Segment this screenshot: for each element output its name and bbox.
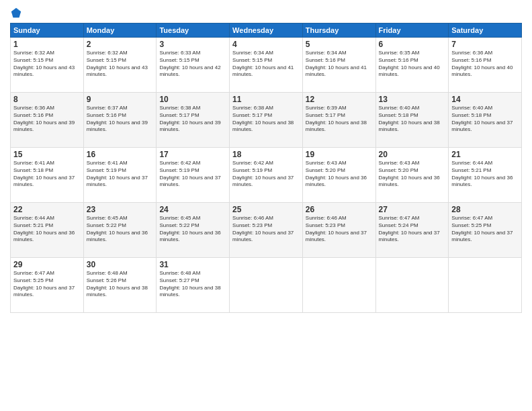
- week-row-4: 22 Sunrise: 6:44 AMSunset: 5:21 PMDaylig…: [11, 203, 522, 258]
- calendar-header-row: SundayMondayTuesdayWednesdayThursdayFrid…: [11, 24, 522, 38]
- day-cell: 24 Sunrise: 6:45 AMSunset: 5:22 PMDaylig…: [157, 203, 230, 258]
- day-cell: 23 Sunrise: 6:45 AMSunset: 5:22 PMDaylig…: [83, 203, 157, 258]
- day-number: 13: [379, 95, 446, 104]
- day-info: Sunrise: 6:39 AMSunset: 5:17 PMDaylight:…: [306, 105, 373, 134]
- day-cell: 8 Sunrise: 6:36 AMSunset: 5:16 PMDayligh…: [11, 93, 84, 148]
- day-info: Sunrise: 6:36 AMSunset: 5:16 PMDaylight:…: [13, 105, 81, 134]
- week-row-2: 8 Sunrise: 6:36 AMSunset: 5:16 PMDayligh…: [11, 93, 522, 148]
- day-number: 1: [13, 40, 81, 49]
- day-cell: 21 Sunrise: 6:44 AMSunset: 5:21 PMDaylig…: [449, 148, 522, 203]
- day-info: Sunrise: 6:38 AMSunset: 5:17 PMDaylight:…: [232, 105, 300, 134]
- page: SundayMondayTuesdayWednesdayThursdayFrid…: [0, 0, 532, 411]
- day-info: Sunrise: 6:40 AMSunset: 5:18 PMDaylight:…: [379, 105, 446, 134]
- day-cell: 13 Sunrise: 6:40 AMSunset: 5:18 PMDaylig…: [375, 93, 449, 148]
- day-header-friday: Friday: [375, 24, 449, 38]
- day-number: 3: [159, 40, 226, 49]
- day-cell: 4 Sunrise: 6:34 AMSunset: 5:15 PMDayligh…: [230, 38, 303, 93]
- day-info: Sunrise: 6:44 AMSunset: 5:21 PMDaylight:…: [13, 215, 81, 244]
- day-info: Sunrise: 6:47 AMSunset: 5:24 PMDaylight:…: [379, 215, 446, 244]
- day-info: Sunrise: 6:45 AMSunset: 5:22 PMDaylight:…: [159, 215, 226, 244]
- week-row-1: 1 Sunrise: 6:32 AMSunset: 5:15 PMDayligh…: [11, 38, 522, 93]
- day-info: Sunrise: 6:41 AMSunset: 5:19 PMDaylight:…: [87, 160, 154, 189]
- day-info: Sunrise: 6:38 AMSunset: 5:17 PMDaylight:…: [159, 105, 226, 134]
- day-number: 2: [87, 40, 154, 49]
- logo: [10, 7, 24, 19]
- day-cell: 5 Sunrise: 6:34 AMSunset: 5:16 PMDayligh…: [302, 38, 375, 93]
- day-info: Sunrise: 6:41 AMSunset: 5:18 PMDaylight:…: [13, 160, 81, 189]
- day-cell: 30 Sunrise: 6:48 AMSunset: 5:26 PMDaylig…: [83, 258, 157, 313]
- day-number: 5: [306, 40, 373, 49]
- day-header-thursday: Thursday: [302, 24, 375, 38]
- day-number: 18: [232, 150, 300, 159]
- day-info: Sunrise: 6:40 AMSunset: 5:18 PMDaylight:…: [451, 105, 519, 134]
- header: [10, 7, 522, 19]
- week-row-3: 15 Sunrise: 6:41 AMSunset: 5:18 PMDaylig…: [11, 148, 522, 203]
- day-info: Sunrise: 6:44 AMSunset: 5:21 PMDaylight:…: [451, 160, 519, 189]
- day-cell: 2 Sunrise: 6:32 AMSunset: 5:15 PMDayligh…: [83, 38, 157, 93]
- day-info: Sunrise: 6:46 AMSunset: 5:23 PMDaylight:…: [232, 215, 300, 244]
- day-number: 12: [306, 95, 373, 104]
- day-cell: 28 Sunrise: 6:47 AMSunset: 5:25 PMDaylig…: [449, 203, 522, 258]
- day-number: 26: [306, 205, 373, 214]
- day-number: 23: [87, 205, 154, 214]
- day-cell: 10 Sunrise: 6:38 AMSunset: 5:17 PMDaylig…: [157, 93, 230, 148]
- day-info: Sunrise: 6:34 AMSunset: 5:15 PMDaylight:…: [232, 50, 300, 79]
- day-number: 31: [159, 260, 226, 269]
- day-cell: 12 Sunrise: 6:39 AMSunset: 5:17 PMDaylig…: [302, 93, 375, 148]
- day-cell: [375, 258, 449, 313]
- day-info: Sunrise: 6:48 AMSunset: 5:26 PMDaylight:…: [87, 270, 154, 299]
- day-cell: 9 Sunrise: 6:37 AMSunset: 5:16 PMDayligh…: [83, 93, 157, 148]
- day-info: Sunrise: 6:43 AMSunset: 5:20 PMDaylight:…: [379, 160, 446, 189]
- day-cell: 20 Sunrise: 6:43 AMSunset: 5:20 PMDaylig…: [375, 148, 449, 203]
- day-number: 10: [159, 95, 226, 104]
- day-cell: 17 Sunrise: 6:42 AMSunset: 5:19 PMDaylig…: [157, 148, 230, 203]
- logo-icon: [10, 7, 22, 19]
- day-info: Sunrise: 6:47 AMSunset: 5:25 PMDaylight:…: [451, 215, 519, 244]
- day-cell: 1 Sunrise: 6:32 AMSunset: 5:15 PMDayligh…: [11, 38, 84, 93]
- day-info: Sunrise: 6:37 AMSunset: 5:16 PMDaylight:…: [87, 105, 154, 134]
- day-info: Sunrise: 6:45 AMSunset: 5:22 PMDaylight:…: [87, 215, 154, 244]
- day-info: Sunrise: 6:43 AMSunset: 5:20 PMDaylight:…: [306, 160, 373, 189]
- week-row-5: 29 Sunrise: 6:47 AMSunset: 5:25 PMDaylig…: [11, 258, 522, 313]
- day-number: 19: [306, 150, 373, 159]
- day-cell: 7 Sunrise: 6:36 AMSunset: 5:16 PMDayligh…: [449, 38, 522, 93]
- day-info: Sunrise: 6:32 AMSunset: 5:15 PMDaylight:…: [87, 50, 154, 79]
- day-header-sunday: Sunday: [11, 24, 84, 38]
- day-info: Sunrise: 6:47 AMSunset: 5:25 PMDaylight:…: [13, 270, 81, 299]
- day-cell: 29 Sunrise: 6:47 AMSunset: 5:25 PMDaylig…: [11, 258, 84, 313]
- day-cell: 22 Sunrise: 6:44 AMSunset: 5:21 PMDaylig…: [11, 203, 84, 258]
- day-number: 25: [232, 205, 300, 214]
- day-number: 11: [232, 95, 300, 104]
- day-header-monday: Monday: [83, 24, 157, 38]
- day-cell: 15 Sunrise: 6:41 AMSunset: 5:18 PMDaylig…: [11, 148, 84, 203]
- day-info: Sunrise: 6:34 AMSunset: 5:16 PMDaylight:…: [306, 50, 373, 79]
- calendar: SundayMondayTuesdayWednesdayThursdayFrid…: [10, 23, 522, 313]
- day-info: Sunrise: 6:46 AMSunset: 5:23 PMDaylight:…: [306, 215, 373, 244]
- day-info: Sunrise: 6:35 AMSunset: 5:16 PMDaylight:…: [379, 50, 446, 79]
- day-number: 7: [451, 40, 519, 49]
- day-number: 6: [379, 40, 446, 49]
- day-number: 20: [379, 150, 446, 159]
- day-cell: 25 Sunrise: 6:46 AMSunset: 5:23 PMDaylig…: [230, 203, 303, 258]
- day-cell: 26 Sunrise: 6:46 AMSunset: 5:23 PMDaylig…: [302, 203, 375, 258]
- day-header-wednesday: Wednesday: [230, 24, 303, 38]
- day-number: 30: [87, 260, 154, 269]
- day-info: Sunrise: 6:36 AMSunset: 5:16 PMDaylight:…: [451, 50, 519, 79]
- day-cell: 31 Sunrise: 6:48 AMSunset: 5:27 PMDaylig…: [157, 258, 230, 313]
- day-number: 15: [13, 150, 81, 159]
- day-cell: [230, 258, 303, 313]
- day-info: Sunrise: 6:32 AMSunset: 5:15 PMDaylight:…: [13, 50, 81, 79]
- day-number: 4: [232, 40, 300, 49]
- day-cell: 3 Sunrise: 6:33 AMSunset: 5:15 PMDayligh…: [157, 38, 230, 93]
- day-number: 28: [451, 205, 519, 214]
- day-number: 21: [451, 150, 519, 159]
- day-cell: 6 Sunrise: 6:35 AMSunset: 5:16 PMDayligh…: [375, 38, 449, 93]
- day-info: Sunrise: 6:42 AMSunset: 5:19 PMDaylight:…: [232, 160, 300, 189]
- day-number: 17: [159, 150, 226, 159]
- day-info: Sunrise: 6:33 AMSunset: 5:15 PMDaylight:…: [159, 50, 226, 79]
- day-number: 8: [13, 95, 81, 104]
- day-info: Sunrise: 6:42 AMSunset: 5:19 PMDaylight:…: [159, 160, 226, 189]
- day-cell: 14 Sunrise: 6:40 AMSunset: 5:18 PMDaylig…: [449, 93, 522, 148]
- day-number: 14: [451, 95, 519, 104]
- day-cell: 18 Sunrise: 6:42 AMSunset: 5:19 PMDaylig…: [230, 148, 303, 203]
